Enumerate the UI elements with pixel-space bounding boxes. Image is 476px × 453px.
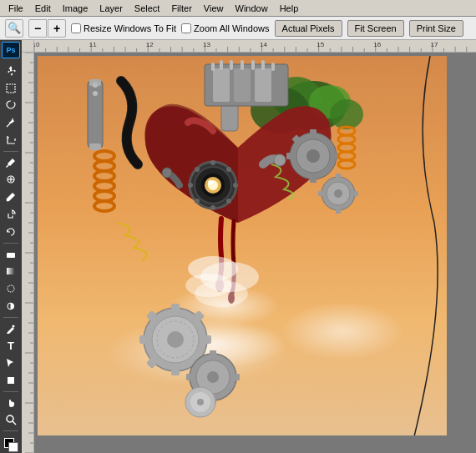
svg-rect-9 xyxy=(8,377,14,384)
svg-rect-81 xyxy=(171,367,180,375)
svg-rect-56 xyxy=(286,153,293,159)
zoom-mode-btn[interactable]: 🔍 xyxy=(5,19,23,38)
gradient-tool-btn[interactable] xyxy=(2,263,20,279)
svg-point-45 xyxy=(226,167,231,172)
horizontal-ruler xyxy=(22,40,476,53)
svg-rect-31 xyxy=(241,60,244,70)
background-color[interactable] xyxy=(8,442,18,452)
zoom-all-windows-checkbox[interactable] xyxy=(181,23,191,33)
dodge-tool-btn[interactable] xyxy=(2,298,20,315)
actual-pixels-btn[interactable]: Actual Pixels xyxy=(275,20,342,37)
svg-point-99 xyxy=(162,168,172,178)
eyedropper-tool-btn[interactable] xyxy=(2,154,20,171)
svg-rect-95 xyxy=(233,374,240,380)
toolbar-sep-2 xyxy=(3,243,18,244)
svg-rect-64 xyxy=(318,191,323,196)
svg-point-79 xyxy=(167,331,184,348)
svg-rect-63 xyxy=(336,209,341,214)
toolbar-sep-1 xyxy=(3,151,18,152)
svg-point-50 xyxy=(208,180,213,185)
healing-brush-tool-btn[interactable] xyxy=(2,172,20,189)
history-brush-tool-btn[interactable] xyxy=(2,224,20,240)
zoom-in-btn[interactable]: + xyxy=(48,19,66,38)
menu-edit[interactable]: Edit xyxy=(30,2,56,15)
magic-wand-tool-btn[interactable] xyxy=(2,114,20,131)
svg-rect-0 xyxy=(7,84,15,93)
zoom-tool-btn[interactable] xyxy=(2,411,20,428)
vertical-ruler xyxy=(22,53,34,453)
zoom-all-windows-checkbox-label[interactable]: Zoom All Windows xyxy=(181,23,269,33)
svg-point-44 xyxy=(195,167,200,172)
svg-point-53 xyxy=(306,149,320,163)
blur-tool-btn[interactable] xyxy=(2,280,20,297)
svg-rect-26 xyxy=(234,68,251,102)
ps-logo: Ps xyxy=(2,42,20,58)
resize-windows-checkbox[interactable] xyxy=(71,23,81,33)
menu-image[interactable]: Image xyxy=(58,2,94,15)
svg-point-104 xyxy=(195,280,248,307)
svg-point-41 xyxy=(210,205,215,210)
lasso-tool-btn[interactable] xyxy=(2,98,20,114)
svg-rect-55 xyxy=(310,176,316,183)
options-bar: 🔍 − + Resize Windows To Fit Zoom All Win… xyxy=(0,17,476,40)
marquee-tool-btn[interactable] xyxy=(2,80,20,97)
svg-rect-32 xyxy=(251,60,255,70)
menu-filter[interactable]: Filter xyxy=(166,2,196,15)
toolbar-sep-3 xyxy=(3,317,18,318)
svg-point-16 xyxy=(330,99,363,129)
svg-point-10 xyxy=(7,415,13,422)
svg-point-71 xyxy=(94,201,114,211)
ruler-left xyxy=(22,53,34,453)
svg-point-1 xyxy=(11,121,13,123)
artwork-main xyxy=(38,56,447,435)
svg-rect-27 xyxy=(255,68,271,102)
menu-help[interactable]: Help xyxy=(275,2,304,15)
main-area: Ps xyxy=(0,40,476,453)
svg-point-21 xyxy=(93,91,98,96)
resize-windows-label: Resize Windows To Fit xyxy=(84,23,176,33)
brush-tool-btn[interactable] xyxy=(2,189,20,205)
menu-layer[interactable]: Layer xyxy=(94,2,128,15)
clone-stamp-tool-btn[interactable] xyxy=(2,206,20,223)
shape-tool-btn[interactable] xyxy=(2,372,20,389)
svg-rect-29 xyxy=(220,60,223,70)
svg-point-47 xyxy=(226,199,231,204)
eraser-tool-btn[interactable] xyxy=(2,246,20,263)
svg-point-98 xyxy=(197,399,204,405)
svg-rect-54 xyxy=(310,129,316,136)
menu-window[interactable]: Window xyxy=(230,2,273,15)
menu-bar: File Edit Image Layer Select Filter View… xyxy=(0,0,476,17)
path-selection-tool-btn[interactable] xyxy=(2,355,20,371)
canvas-area[interactable] xyxy=(34,53,476,453)
menu-file[interactable]: File xyxy=(3,2,28,15)
menu-view[interactable]: View xyxy=(199,2,229,15)
print-size-btn[interactable]: Print Size xyxy=(409,20,463,37)
ruler-top xyxy=(22,40,476,53)
svg-point-91 xyxy=(207,371,219,383)
svg-rect-33 xyxy=(261,60,265,70)
toolbar-sep-5 xyxy=(3,430,18,431)
type-tool-btn[interactable]: T xyxy=(2,337,20,354)
svg-point-40 xyxy=(210,160,215,165)
svg-rect-94 xyxy=(186,374,193,380)
svg-rect-28 xyxy=(211,63,215,71)
crop-tool-btn[interactable] xyxy=(2,132,20,148)
svg-point-43 xyxy=(233,183,238,188)
svg-line-11 xyxy=(13,421,16,425)
pen-tool-btn[interactable] xyxy=(2,320,20,337)
menu-select[interactable]: Select xyxy=(129,2,165,15)
svg-rect-82 xyxy=(139,335,148,344)
zoom-out-btn[interactable]: − xyxy=(28,19,47,38)
move-tool-btn[interactable] xyxy=(2,63,20,79)
svg-rect-5 xyxy=(7,253,15,258)
svg-point-61 xyxy=(334,189,342,198)
svg-rect-30 xyxy=(230,60,233,70)
fit-screen-btn[interactable]: Fit Screen xyxy=(347,20,404,37)
svg-rect-25 xyxy=(213,68,230,102)
canvas-content xyxy=(38,56,447,435)
hand-tool-btn[interactable] xyxy=(2,395,20,411)
resize-windows-checkbox-label[interactable]: Resize Windows To Fit xyxy=(71,23,176,33)
color-swatch[interactable] xyxy=(3,436,19,451)
svg-point-42 xyxy=(188,183,193,188)
svg-rect-80 xyxy=(171,304,180,312)
